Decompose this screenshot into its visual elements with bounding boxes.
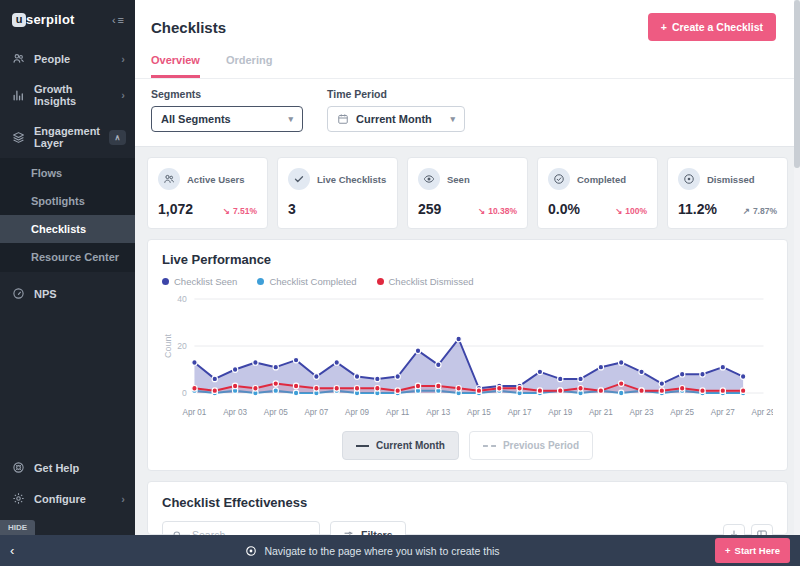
trend-down-icon: ↘ bbox=[478, 206, 485, 216]
back-chevron-button[interactable]: ‹ bbox=[10, 543, 30, 558]
users-icon bbox=[12, 52, 25, 65]
download-button[interactable] bbox=[723, 524, 745, 535]
sidebar-item-flows[interactable]: Flows bbox=[0, 159, 135, 187]
stat-card: Seen 259 ↘10.38% bbox=[407, 157, 528, 229]
filters-button[interactable]: Filters bbox=[330, 521, 406, 535]
sidebar-item-engagement-layer[interactable]: Engagement Layer ∧ bbox=[0, 116, 135, 158]
svg-text:Apr 05: Apr 05 bbox=[264, 407, 288, 417]
page-title: Checklists bbox=[151, 19, 226, 36]
legend-item[interactable]: Checklist Completed bbox=[257, 276, 356, 287]
current-month-toggle[interactable]: Current Month bbox=[342, 431, 459, 460]
bottom-bar-message: Navigate to the page where you wish to c… bbox=[264, 545, 499, 557]
filters-button-label: Filters bbox=[361, 529, 393, 535]
segments-label: Segments bbox=[151, 88, 303, 100]
sidebar-item-get-help[interactable]: Get Help bbox=[0, 452, 135, 483]
calendar-icon bbox=[337, 113, 349, 125]
stat-card: Active Users 1,072 ↘7.51% bbox=[147, 157, 268, 229]
sidebar-item-growth-insights[interactable]: Growth Insights › bbox=[0, 74, 135, 116]
main-content: Checklists + Create a Checklist Overview… bbox=[135, 0, 800, 535]
chevron-right-icon: › bbox=[121, 89, 125, 101]
create-checklist-button[interactable]: + Create a Checklist bbox=[648, 13, 776, 41]
download-icon bbox=[728, 529, 740, 535]
help-icon bbox=[12, 461, 25, 474]
svg-text:40: 40 bbox=[177, 294, 187, 304]
search-input[interactable] bbox=[190, 528, 310, 535]
target-icon bbox=[245, 545, 257, 557]
table-columns-icon bbox=[756, 529, 768, 535]
stat-label: Dismissed bbox=[707, 174, 755, 185]
sidebar-item-configure[interactable]: Configure › bbox=[0, 483, 135, 514]
svg-text:Apr 03: Apr 03 bbox=[223, 407, 247, 417]
live-performance-panel: Live Performance Checklist SeenChecklist… bbox=[147, 239, 788, 471]
collapse-section-button[interactable]: ∧ bbox=[109, 130, 126, 145]
current-month-label: Current Month bbox=[376, 440, 445, 451]
tab-ordering[interactable]: Ordering bbox=[226, 54, 272, 78]
legend-item[interactable]: Checklist Seen bbox=[162, 276, 237, 287]
check-circle-icon bbox=[548, 168, 570, 190]
svg-text:Apr 15: Apr 15 bbox=[467, 407, 491, 417]
filters-row: Segments All Segments ▾ Time Period Curr… bbox=[135, 78, 800, 147]
sidebar-collapse-button[interactable]: ‹≡ bbox=[112, 14, 124, 26]
stat-label: Live Checklists bbox=[317, 174, 386, 185]
scrollbar-track[interactable] bbox=[794, 0, 800, 535]
svg-text:0: 0 bbox=[182, 388, 187, 398]
chart-legend: Checklist SeenChecklist CompletedCheckli… bbox=[162, 276, 773, 287]
logo-text: serpilot bbox=[26, 12, 75, 27]
eye-icon bbox=[418, 168, 440, 190]
svg-text:Apr 27: Apr 27 bbox=[711, 407, 735, 417]
sidebar-item-people[interactable]: People › bbox=[0, 43, 135, 74]
svg-text:Apr 23: Apr 23 bbox=[630, 407, 654, 417]
sidebar-footer: Get Help Configure › HIDE bbox=[0, 452, 135, 535]
stat-card: Dismissed 11.2% ↗7.87% bbox=[667, 157, 788, 229]
start-here-button[interactable]: + Start Here bbox=[715, 538, 790, 563]
previous-period-toggle[interactable]: Previous Period bbox=[469, 431, 593, 460]
chevron-down-icon: ▾ bbox=[450, 114, 455, 124]
stat-delta: 100% bbox=[625, 206, 647, 216]
svg-text:Apr 25: Apr 25 bbox=[670, 407, 694, 417]
sidebar-item-nps[interactable]: NPS bbox=[0, 278, 135, 309]
columns-button[interactable] bbox=[751, 524, 773, 535]
sidebar-item-label: Configure bbox=[34, 493, 86, 505]
legend-item[interactable]: Checklist Dismissed bbox=[377, 276, 474, 287]
stat-value: 1,072 bbox=[158, 201, 193, 217]
chevron-down-icon: ▾ bbox=[288, 114, 293, 124]
stat-delta: 7.87% bbox=[753, 206, 777, 216]
plus-icon: + bbox=[725, 545, 731, 556]
stat-delta: 7.51% bbox=[233, 206, 257, 216]
time-period-filter: Time Period Current Month ▾ bbox=[327, 88, 465, 132]
chevron-up-icon: ∧ bbox=[115, 133, 121, 142]
live-performance-chart: 02040CountApr 01Apr 03Apr 05Apr 07Apr 09… bbox=[162, 289, 773, 423]
stat-card: Live Checklists 3 bbox=[277, 157, 398, 229]
sidebar-item-resource-center[interactable]: Resource Center bbox=[0, 243, 135, 271]
scrollbar-thumb[interactable] bbox=[794, 0, 800, 168]
sidebar-item-spotlights[interactable]: Spotlights bbox=[0, 187, 135, 215]
tab-overview[interactable]: Overview bbox=[151, 54, 200, 78]
solid-line-icon bbox=[356, 445, 369, 447]
sidebar-item-checklists[interactable]: Checklists bbox=[0, 215, 135, 243]
svg-text:Apr 21: Apr 21 bbox=[589, 407, 613, 417]
gauge-icon bbox=[12, 287, 25, 300]
legend-label: Checklist Seen bbox=[174, 276, 237, 287]
stat-card: Completed 0.0% ↘100% bbox=[537, 157, 658, 229]
legend-dot-icon bbox=[257, 278, 264, 285]
search-icon bbox=[172, 530, 183, 536]
bottom-bar-message-group: Navigate to the page where you wish to c… bbox=[245, 545, 499, 557]
hide-sidebar-button[interactable]: HIDE bbox=[0, 520, 35, 535]
plus-icon: + bbox=[661, 21, 667, 33]
time-period-select[interactable]: Current Month ▾ bbox=[327, 106, 465, 132]
chart-title: Live Performance bbox=[162, 252, 773, 267]
segments-select[interactable]: All Segments ▾ bbox=[151, 106, 303, 132]
check-icon bbox=[288, 168, 310, 190]
stat-value: 0.0% bbox=[548, 201, 580, 217]
chevron-right-icon: › bbox=[121, 493, 125, 505]
stat-value: 259 bbox=[418, 201, 441, 217]
legend-label: Checklist Dismissed bbox=[389, 276, 474, 287]
stat-label: Completed bbox=[577, 174, 626, 185]
sidebar-item-label: Engagement Layer bbox=[34, 125, 100, 149]
stat-label: Seen bbox=[447, 174, 470, 185]
svg-text:Apr 13: Apr 13 bbox=[426, 407, 450, 417]
sidebar-item-label: NPS bbox=[34, 288, 57, 300]
tab-bar: Overview Ordering bbox=[151, 54, 784, 78]
page-header: Checklists + Create a Checklist Overview… bbox=[135, 0, 800, 78]
chevron-right-icon: › bbox=[121, 53, 125, 65]
